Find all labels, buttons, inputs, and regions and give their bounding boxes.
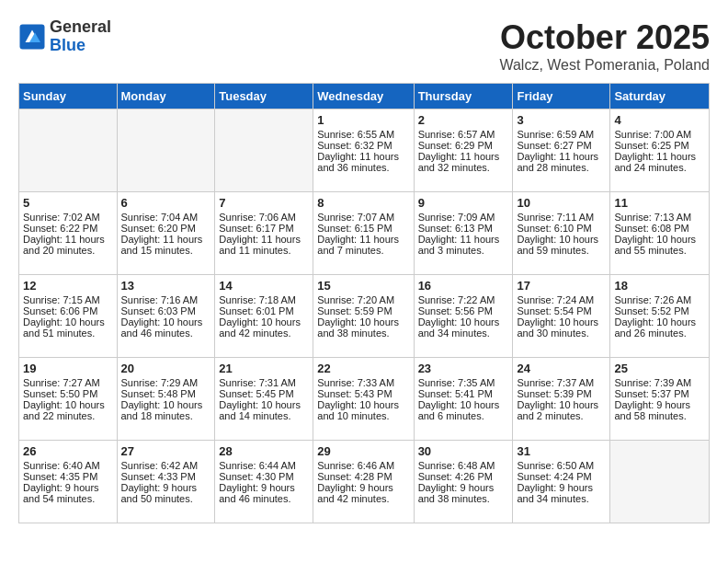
day-number: 1 <box>317 113 409 127</box>
day-number: 27 <box>121 444 211 458</box>
sunrise-text: Sunrise: 7:37 AM <box>517 377 606 388</box>
sunset-text: Sunset: 4:24 PM <box>517 471 606 482</box>
sunset-text: Sunset: 4:26 PM <box>418 471 509 482</box>
daylight-text: Daylight: 10 hours and 26 minutes. <box>614 316 705 339</box>
sunset-text: Sunset: 6:22 PM <box>23 223 113 234</box>
page-header: General Blue October 2025 Walcz, West Po… <box>18 18 710 74</box>
day-number: 22 <box>317 362 409 375</box>
day-header-row: SundayMondayTuesdayWednesdayThursdayFrid… <box>19 84 710 109</box>
sunset-text: Sunset: 6:17 PM <box>219 223 309 234</box>
calendar-cell <box>610 441 710 523</box>
sunset-text: Sunset: 5:50 PM <box>23 388 113 399</box>
calendar-cell: 24Sunrise: 7:37 AMSunset: 5:39 PMDayligh… <box>513 358 610 441</box>
sunset-text: Sunset: 6:03 PM <box>121 305 211 316</box>
sunset-text: Sunset: 5:39 PM <box>517 388 606 399</box>
day-number: 3 <box>517 113 606 127</box>
calendar-cell: 4Sunrise: 7:00 AMSunset: 6:25 PMDaylight… <box>610 109 710 192</box>
calendar-cell: 7Sunrise: 7:06 AMSunset: 6:17 PMDaylight… <box>215 192 313 275</box>
day-header-monday: Monday <box>117 84 215 109</box>
calendar-cell: 5Sunrise: 7:02 AMSunset: 6:22 PMDaylight… <box>19 192 118 275</box>
sunrise-text: Sunrise: 7:02 AM <box>23 212 113 223</box>
calendar-cell: 13Sunrise: 7:16 AMSunset: 6:03 PMDayligh… <box>117 275 215 358</box>
daylight-text: Daylight: 10 hours and 51 minutes. <box>23 316 113 339</box>
day-number: 28 <box>219 444 309 458</box>
calendar-cell: 3Sunrise: 6:59 AMSunset: 6:27 PMDaylight… <box>513 109 610 192</box>
calendar-cell: 16Sunrise: 7:22 AMSunset: 5:56 PMDayligh… <box>414 275 513 358</box>
daylight-text: Daylight: 10 hours and 18 minutes. <box>121 399 211 421</box>
sunset-text: Sunset: 6:29 PM <box>418 140 509 151</box>
calendar-cell: 21Sunrise: 7:31 AMSunset: 5:45 PMDayligh… <box>215 358 313 441</box>
sunset-text: Sunset: 6:08 PM <box>614 223 705 234</box>
day-number: 25 <box>614 362 705 375</box>
daylight-text: Daylight: 9 hours and 42 minutes. <box>317 482 409 504</box>
week-row-3: 12Sunrise: 7:15 AMSunset: 6:06 PMDayligh… <box>19 275 710 358</box>
calendar-cell: 19Sunrise: 7:27 AMSunset: 5:50 PMDayligh… <box>19 358 118 441</box>
calendar-cell: 20Sunrise: 7:29 AMSunset: 5:48 PMDayligh… <box>117 358 215 441</box>
sunrise-text: Sunrise: 7:11 AM <box>517 212 606 223</box>
sunset-text: Sunset: 6:13 PM <box>418 223 509 234</box>
calendar-cell: 30Sunrise: 6:48 AMSunset: 4:26 PMDayligh… <box>414 441 513 523</box>
calendar-table: SundayMondayTuesdayWednesdayThursdayFrid… <box>18 83 710 523</box>
calendar-cell: 10Sunrise: 7:11 AMSunset: 6:10 PMDayligh… <box>513 192 610 275</box>
sunset-text: Sunset: 6:15 PM <box>317 223 409 234</box>
sunset-text: Sunset: 5:54 PM <box>517 305 606 316</box>
day-number: 9 <box>418 196 509 210</box>
daylight-text: Daylight: 10 hours and 59 minutes. <box>517 234 606 256</box>
daylight-text: Daylight: 11 hours and 11 minutes. <box>219 234 309 256</box>
sunset-text: Sunset: 5:56 PM <box>418 305 509 316</box>
calendar-cell: 27Sunrise: 6:42 AMSunset: 4:33 PMDayligh… <box>117 441 215 523</box>
calendar-cell: 15Sunrise: 7:20 AMSunset: 5:59 PMDayligh… <box>313 275 414 358</box>
day-number: 12 <box>23 279 113 293</box>
calendar-cell: 25Sunrise: 7:39 AMSunset: 5:37 PMDayligh… <box>610 358 710 441</box>
calendar-cell <box>117 109 215 192</box>
day-number: 5 <box>23 196 113 210</box>
sunrise-text: Sunrise: 6:50 AM <box>517 460 606 471</box>
sunrise-text: Sunrise: 7:39 AM <box>614 377 705 388</box>
day-number: 30 <box>418 444 509 458</box>
day-number: 7 <box>219 196 309 210</box>
sunrise-text: Sunrise: 6:59 AM <box>517 129 606 140</box>
daylight-text: Daylight: 11 hours and 20 minutes. <box>23 234 113 256</box>
sunset-text: Sunset: 4:35 PM <box>23 471 113 482</box>
sunrise-text: Sunrise: 7:26 AM <box>614 294 705 305</box>
sunset-text: Sunset: 5:41 PM <box>418 388 509 399</box>
day-header-thursday: Thursday <box>414 84 513 109</box>
daylight-text: Daylight: 11 hours and 7 minutes. <box>317 234 409 256</box>
sunset-text: Sunset: 4:33 PM <box>121 471 211 482</box>
daylight-text: Daylight: 10 hours and 55 minutes. <box>614 234 705 256</box>
sunrise-text: Sunrise: 7:24 AM <box>517 294 606 305</box>
title-block: October 2025 Walcz, West Pomerania, Pola… <box>499 18 710 74</box>
calendar-cell: 26Sunrise: 6:40 AMSunset: 4:35 PMDayligh… <box>19 441 118 523</box>
calendar-cell: 31Sunrise: 6:50 AMSunset: 4:24 PMDayligh… <box>513 441 610 523</box>
calendar-cell: 17Sunrise: 7:24 AMSunset: 5:54 PMDayligh… <box>513 275 610 358</box>
month-title: October 2025 <box>499 18 710 57</box>
calendar-cell: 12Sunrise: 7:15 AMSunset: 6:06 PMDayligh… <box>19 275 118 358</box>
sunrise-text: Sunrise: 7:07 AM <box>317 212 409 223</box>
day-header-wednesday: Wednesday <box>313 84 414 109</box>
daylight-text: Daylight: 11 hours and 36 minutes. <box>317 151 409 173</box>
day-header-friday: Friday <box>513 84 610 109</box>
sunset-text: Sunset: 4:28 PM <box>317 471 409 482</box>
week-row-5: 26Sunrise: 6:40 AMSunset: 4:35 PMDayligh… <box>19 441 710 523</box>
daylight-text: Daylight: 10 hours and 34 minutes. <box>418 316 509 339</box>
sunrise-text: Sunrise: 7:13 AM <box>614 212 705 223</box>
day-number: 24 <box>517 362 606 375</box>
day-header-tuesday: Tuesday <box>215 84 313 109</box>
daylight-text: Daylight: 10 hours and 2 minutes. <box>517 399 606 421</box>
daylight-text: Daylight: 9 hours and 54 minutes. <box>23 482 113 504</box>
sunrise-text: Sunrise: 7:04 AM <box>121 212 211 223</box>
location: Walcz, West Pomerania, Poland <box>499 57 710 74</box>
day-number: 29 <box>317 444 409 458</box>
sunrise-text: Sunrise: 6:40 AM <box>23 460 113 471</box>
sunset-text: Sunset: 4:30 PM <box>219 471 309 482</box>
daylight-text: Daylight: 10 hours and 38 minutes. <box>317 316 409 339</box>
daylight-text: Daylight: 10 hours and 10 minutes. <box>317 399 409 421</box>
sunrise-text: Sunrise: 7:27 AM <box>23 377 113 388</box>
daylight-text: Daylight: 9 hours and 38 minutes. <box>418 482 509 504</box>
sunrise-text: Sunrise: 7:33 AM <box>317 377 409 388</box>
daylight-text: Daylight: 9 hours and 58 minutes. <box>614 399 705 421</box>
sunset-text: Sunset: 6:27 PM <box>517 140 606 151</box>
day-number: 17 <box>517 279 606 293</box>
day-number: 11 <box>614 196 705 210</box>
calendar-cell: 14Sunrise: 7:18 AMSunset: 6:01 PMDayligh… <box>215 275 313 358</box>
